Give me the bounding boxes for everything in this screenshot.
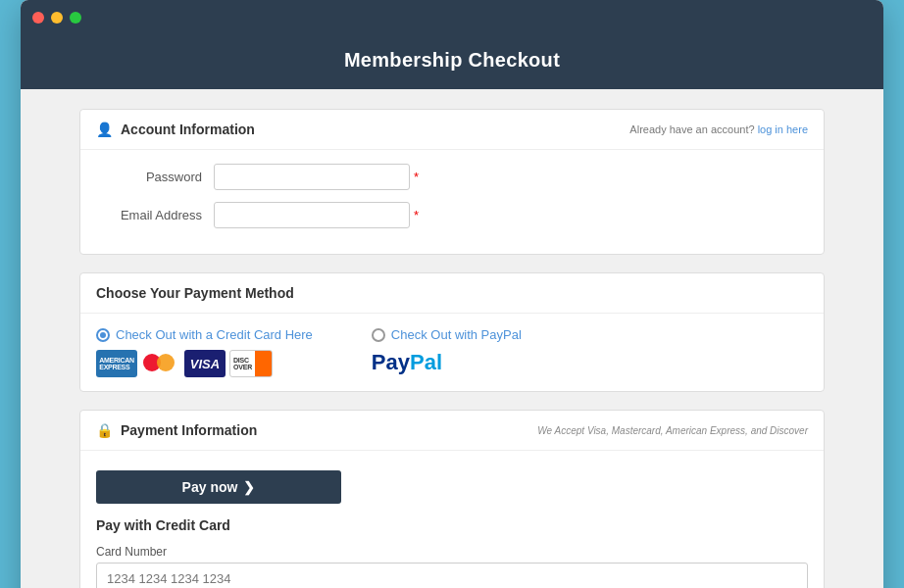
card-logos: AMERICANEXPRESS VISA DISCOVER (96, 350, 313, 377)
email-input-wrap: * (214, 202, 419, 228)
maximize-button[interactable] (70, 12, 81, 24)
payment-method-section: Choose Your Payment Method Check Out wit… (79, 272, 825, 392)
already-account-text: Already have an account? log in here (629, 123, 808, 135)
page-header: Membership Checkout (21, 35, 883, 89)
amex-logo: AMERICANEXPRESS (96, 350, 137, 377)
user-icon: 👤 (96, 122, 113, 137)
paypal-link[interactable]: Check Out with PayPal (391, 327, 522, 342)
paypal-logo: PayPal (372, 350, 522, 375)
payment-info-body: Pay now ❯ Pay with Credit Card Card Numb… (80, 451, 824, 588)
lock-icon: 🔒 (96, 422, 113, 438)
payment-info-header: 🔒 Payment Information We Accept Visa, Ma… (80, 411, 824, 451)
email-input[interactable] (214, 202, 410, 228)
page-title: Membership Checkout (21, 49, 883, 72)
minimize-button[interactable] (51, 12, 63, 24)
account-section: 👤 Account Information Already have an ac… (79, 109, 825, 255)
pay-now-arrow-icon: ❯ (243, 479, 255, 495)
credit-card-label[interactable]: Check Out with a Credit Card Here (96, 327, 313, 342)
account-section-body: Password * Email Address * (80, 150, 824, 254)
paypal-radio[interactable] (372, 328, 385, 342)
payment-method-body: Check Out with a Credit Card Here AMERIC… (80, 314, 824, 391)
credit-card-radio[interactable] (96, 328, 110, 342)
log-in-link[interactable]: log in here (758, 123, 808, 135)
paypal-label[interactable]: Check Out with PayPal (372, 327, 522, 342)
password-input-wrap: * (214, 164, 419, 190)
password-label: Password (96, 170, 214, 184)
discover-logo: DISCOVER (229, 350, 273, 377)
password-required: * (414, 170, 419, 184)
pay-now-button[interactable]: Pay now ❯ (96, 470, 341, 504)
credit-card-link[interactable]: Check Out with a Credit Card Here (116, 327, 313, 342)
email-required: * (414, 208, 419, 222)
mastercard-logo (141, 350, 180, 377)
credit-card-option: Check Out with a Credit Card Here AMERIC… (96, 327, 313, 377)
account-section-header: 👤 Account Information Already have an ac… (80, 110, 824, 150)
titlebar (21, 0, 883, 35)
password-input[interactable] (214, 164, 410, 190)
we-accept-text: We Accept Visa, Mastercard, American Exp… (537, 425, 808, 436)
password-row: Password * (96, 164, 808, 190)
email-label: Email Address (96, 208, 214, 222)
email-row: Email Address * (96, 202, 808, 228)
payment-info-section: 🔒 Payment Information We Accept Visa, Ma… (79, 410, 825, 588)
card-number-label: Card Number (96, 545, 808, 559)
visa-logo: VISA (184, 350, 226, 377)
close-button[interactable] (32, 12, 44, 24)
payment-info-title: 🔒 Payment Information (96, 422, 257, 438)
payment-method-header: Choose Your Payment Method (80, 273, 824, 314)
payment-method-title: Choose Your Payment Method (96, 285, 294, 301)
page-content: 👤 Account Information Already have an ac… (21, 89, 883, 588)
pay-credit-title: Pay with Credit Card (96, 517, 808, 533)
account-section-title: 👤 Account Information (96, 122, 255, 137)
card-number-input[interactable] (96, 563, 808, 588)
paypal-option: Check Out with PayPal PayPal (372, 327, 522, 375)
app-window: Membership Checkout 👤 Account Informatio… (21, 0, 883, 588)
